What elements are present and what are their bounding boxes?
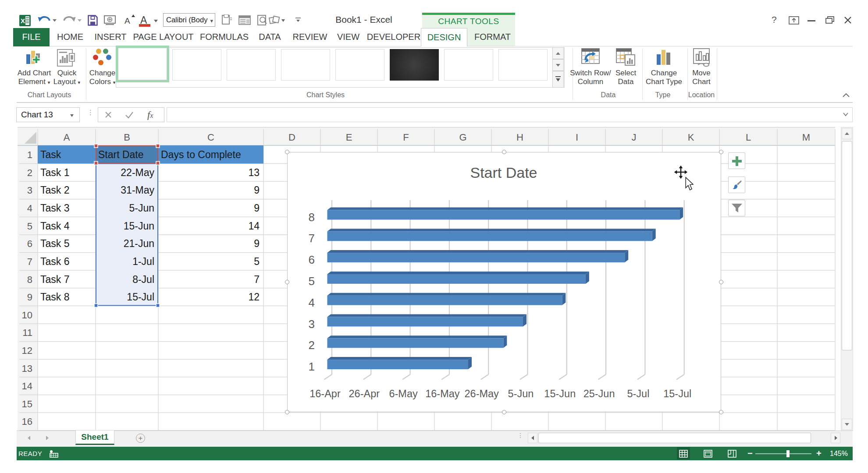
svg-text:1-Jul: 1-Jul: [132, 256, 154, 267]
svg-text:B: B: [124, 132, 130, 143]
svg-text:Task 2: Task 2: [40, 184, 69, 196]
svg-text:G: G: [459, 132, 466, 143]
svg-text:1: 1: [27, 149, 32, 160]
svg-text:H: H: [516, 132, 523, 143]
svg-text:Start Date: Start Date: [470, 164, 537, 181]
svg-text:J: J: [632, 132, 637, 143]
svg-text:8: 8: [309, 211, 315, 224]
svg-text:1: 1: [309, 360, 315, 373]
svg-text:25-Jun: 25-Jun: [583, 388, 615, 399]
svg-text:31-May: 31-May: [121, 184, 154, 196]
svg-text:5-Jun: 5-Jun: [129, 202, 154, 214]
svg-text:7: 7: [254, 274, 260, 285]
svg-text:6: 6: [27, 238, 32, 249]
svg-text:9: 9: [27, 292, 32, 303]
svg-text:9: 9: [254, 184, 260, 196]
svg-text:Task 1: Task 1: [40, 167, 69, 178]
svg-text:M: M: [802, 132, 810, 143]
svg-text:9: 9: [254, 202, 260, 214]
svg-text:Task 7: Task 7: [40, 274, 69, 285]
svg-text:16: 16: [22, 416, 32, 427]
svg-text:26-Apr: 26-Apr: [349, 388, 380, 399]
svg-text:22-May: 22-May: [121, 167, 154, 178]
svg-text:A: A: [64, 132, 70, 143]
svg-text:15-Jun: 15-Jun: [544, 388, 576, 399]
svg-text:7: 7: [309, 232, 315, 245]
svg-text:Task 5: Task 5: [40, 238, 69, 249]
svg-text:5-Jun: 5-Jun: [508, 388, 534, 399]
svg-text:F: F: [403, 132, 409, 143]
svg-text:15-Jul: 15-Jul: [663, 388, 691, 399]
svg-text:Task: Task: [40, 149, 61, 160]
svg-text:D: D: [288, 132, 295, 143]
svg-text:2: 2: [27, 167, 32, 178]
svg-text:21-Jun: 21-Jun: [124, 238, 154, 249]
svg-text:6-May: 6-May: [389, 388, 418, 399]
svg-text:5: 5: [27, 221, 32, 232]
svg-text:Start Date: Start Date: [98, 149, 144, 160]
svg-text:4: 4: [27, 203, 32, 214]
svg-text:14: 14: [248, 220, 260, 232]
svg-text:C: C: [207, 132, 214, 143]
svg-text:Task 3: Task 3: [40, 202, 69, 214]
svg-text:15: 15: [22, 399, 32, 409]
svg-text:4: 4: [309, 296, 315, 309]
svg-text:8-Jul: 8-Jul: [132, 274, 154, 285]
svg-text:14: 14: [22, 381, 32, 392]
svg-text:3: 3: [27, 185, 32, 196]
svg-text:13: 13: [248, 167, 260, 178]
svg-text:16-Apr: 16-Apr: [309, 388, 341, 399]
svg-text:12: 12: [248, 291, 260, 303]
svg-text:Task 4: Task 4: [40, 220, 70, 232]
svg-text:13: 13: [22, 363, 32, 374]
svg-text:3: 3: [309, 318, 315, 331]
svg-text:Days to Complete: Days to Complete: [161, 149, 241, 160]
svg-text:E: E: [346, 132, 352, 143]
svg-text:12: 12: [22, 345, 32, 356]
svg-text:L: L: [746, 132, 751, 143]
svg-text:15-Jul: 15-Jul: [127, 291, 154, 303]
svg-text:Task 8: Task 8: [40, 291, 69, 303]
svg-text:5-Jul: 5-Jul: [627, 388, 649, 399]
svg-text:10: 10: [22, 310, 32, 321]
svg-text:Task 6: Task 6: [40, 256, 69, 267]
svg-text:5: 5: [309, 275, 315, 288]
svg-text:16-May: 16-May: [425, 388, 460, 399]
svg-text:K: K: [688, 132, 694, 143]
svg-text:6: 6: [309, 253, 315, 266]
svg-text:11: 11: [22, 327, 32, 338]
svg-text:15-Jun: 15-Jun: [124, 220, 154, 232]
svg-text:2: 2: [309, 339, 315, 352]
svg-text:9: 9: [254, 238, 260, 249]
svg-text:26-May: 26-May: [465, 388, 499, 399]
svg-text:8: 8: [27, 274, 32, 285]
svg-text:7: 7: [27, 256, 32, 267]
svg-text:I: I: [576, 132, 578, 143]
svg-text:5: 5: [254, 256, 260, 267]
